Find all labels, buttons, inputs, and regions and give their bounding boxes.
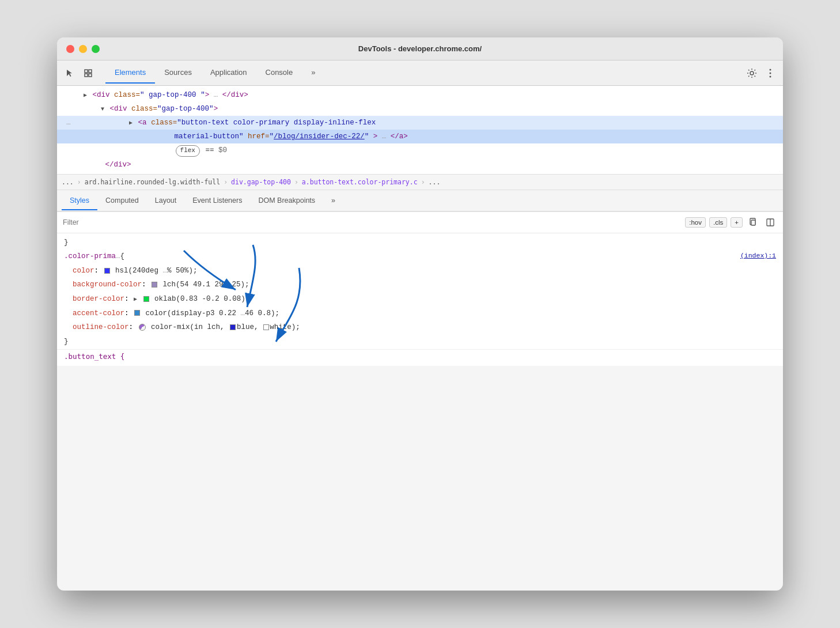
add-style-button[interactable]: + — [731, 217, 743, 228]
cursor-icon[interactable] — [62, 65, 78, 81]
tab-elements[interactable]: Elements — [105, 62, 155, 84]
svg-rect-0 — [85, 70, 88, 73]
svg-rect-3 — [89, 74, 92, 77]
breadcrumb: ... › ard.hairline.rounded-lg.width-full… — [57, 175, 783, 190]
css-panel: } .color-prima…{ (index):1 color: hsl(24… — [57, 233, 783, 366]
copy-styles-icon[interactable] — [746, 215, 760, 229]
window-title: DevTools - developer.chrome.com/ — [358, 44, 482, 53]
dom-line-5: flex == $0 — [57, 143, 783, 158]
css-prop-color: color: hsl(240deg …% 50%); — [57, 264, 783, 278]
color-swatch-6[interactable] — [263, 324, 269, 330]
css-prop-outline-color: outline-color: color-mix(in lch, blue, w… — [57, 320, 783, 335]
breadcrumb-card[interactable]: ard.hairline.rounded-lg.width-full — [85, 178, 220, 186]
svg-rect-9 — [751, 220, 755, 225]
filter-buttons: :hov .cls + — [685, 215, 777, 229]
css-next-rule-partial: .button_text { — [57, 349, 783, 364]
tab-more[interactable]: » — [302, 62, 324, 84]
minimize-button[interactable] — [79, 45, 87, 53]
css-closing-brace: } — [57, 335, 783, 349]
css-closing-brace-prev: } — [57, 236, 783, 250]
dom-panel: ▶ <div class=" gap-top-400 "> … </div> ▼… — [57, 86, 783, 175]
settings-icon[interactable] — [744, 65, 760, 81]
dom-line-6: </div> — [57, 158, 783, 172]
hov-button[interactable]: :hov — [685, 217, 706, 228]
filter-input[interactable] — [63, 218, 680, 226]
tab-sources[interactable]: Sources — [155, 62, 201, 84]
color-swatch-2[interactable] — [152, 282, 157, 287]
svg-point-5 — [770, 69, 771, 70]
breadcrumb-a-button[interactable]: a.button-text.color-primary.c — [302, 178, 418, 186]
more-menu-icon[interactable] — [762, 65, 778, 81]
subtab-dom-breakpoints[interactable]: DOM Breakpoints — [250, 192, 323, 210]
close-button[interactable] — [66, 45, 74, 53]
devtools-window: DevTools - developer.chrome.com/ Element… — [57, 37, 783, 591]
svg-point-6 — [770, 72, 771, 74]
source-ref-1[interactable]: (index):1 — [740, 251, 776, 262]
color-swatch-4[interactable] — [134, 310, 140, 316]
color-swatch-1[interactable] — [104, 268, 110, 274]
color-swatch-5[interactable] — [230, 324, 236, 330]
css-selector-line: .color-prima…{ (index):1 — [57, 249, 783, 264]
title-bar: DevTools - developer.chrome.com/ — [57, 37, 783, 60]
subtab-layout[interactable]: Layout — [147, 192, 185, 210]
css-prop-border-color: border-color: ▶ oklab(0.83 -0.2 0.08); — [57, 292, 783, 307]
color-swatch-3[interactable] — [143, 296, 149, 302]
subtab-more[interactable]: » — [323, 192, 343, 210]
css-prop-accent-color: accent-color: color(display-p3 0.22 …46 … — [57, 307, 783, 321]
svg-rect-1 — [89, 70, 92, 73]
sub-tab-bar: Styles Computed Layout Event Listeners D… — [57, 190, 783, 212]
svg-point-7 — [770, 75, 771, 77]
tab-console[interactable]: Console — [256, 62, 302, 84]
dom-line-1: ▶ <div class=" gap-top-400 "> … </div> — [57, 88, 783, 102]
tab-application[interactable]: Application — [201, 62, 256, 84]
color-swatch-mixed[interactable] — [139, 324, 146, 331]
toolbar-icons — [62, 65, 96, 81]
dom-line-2: ▼ <div class="gap-top-400"> — [57, 102, 783, 116]
inspect-icon[interactable] — [80, 65, 96, 81]
traffic-lights — [66, 45, 100, 53]
breadcrumb-dots: ... — [62, 178, 74, 186]
dom-line-3: … ▶ <a class="button-text color-primary … — [57, 116, 783, 130]
css-prop-background-color: background-color: lch(54 49.1 290.25); — [57, 278, 783, 292]
maximize-button[interactable] — [92, 45, 100, 53]
svg-point-4 — [750, 71, 754, 75]
breadcrumb-end-dots: ... — [429, 178, 441, 186]
css-panel-wrapper: } .color-prima…{ (index):1 color: hsl(24… — [57, 233, 783, 591]
svg-rect-2 — [85, 74, 88, 77]
filter-bar: :hov .cls + — [57, 212, 783, 233]
main-tab-bar: Elements Sources Application Console » — [57, 60, 783, 86]
toolbar-right — [744, 65, 778, 81]
cls-button[interactable]: .cls — [709, 217, 727, 228]
subtab-computed[interactable]: Computed — [97, 192, 147, 210]
subtab-event-listeners[interactable]: Event Listeners — [184, 192, 250, 210]
subtab-styles[interactable]: Styles — [62, 192, 97, 210]
panel-icon[interactable] — [763, 215, 777, 229]
breadcrumb-div-gap[interactable]: div.gap-top-400 — [231, 178, 291, 186]
main-tabs: Elements Sources Application Console » — [105, 62, 744, 84]
dom-line-4: material-button" href="/blog/insider-dec… — [57, 130, 783, 143]
